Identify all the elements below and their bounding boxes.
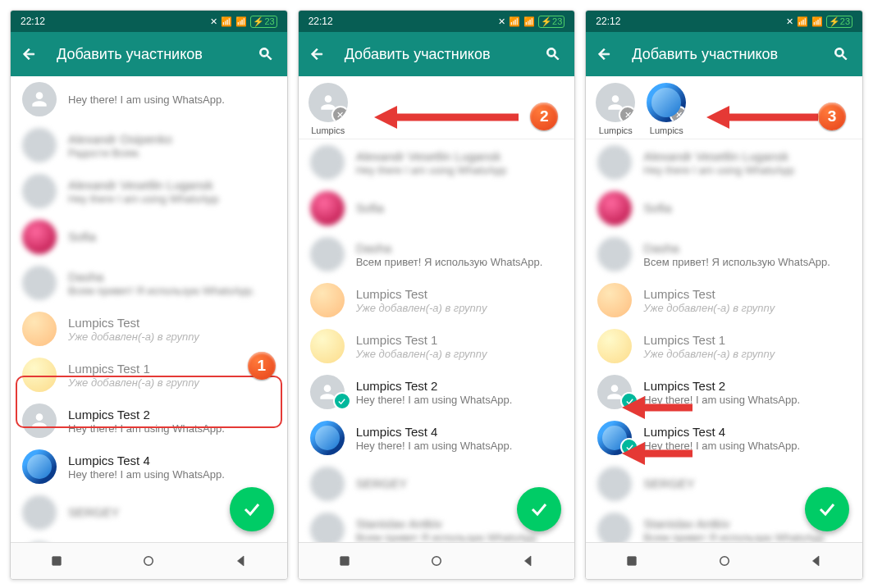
selected-check-icon	[620, 392, 638, 410]
contact-row[interactable]: Lumpics Test 4 Hey there! I am using Wha…	[11, 444, 287, 490]
screen-title: Добавить участников	[632, 46, 813, 63]
contact-row[interactable]: Dasha Всем привет! Я использую WhatsApp.	[11, 260, 287, 306]
contact-name: Alexandr Vesetlin Lugansk	[68, 178, 276, 192]
contact-status: Hey there! I am using WhatsApp.	[68, 468, 276, 481]
back-button[interactable]	[16, 41, 42, 67]
contact-row[interactable]: Lumpics Test 1 Уже добавлен(-а) в группу	[11, 352, 287, 398]
contact-avatar	[310, 237, 345, 271]
contact-name: Lumpics Test	[356, 287, 564, 301]
contact-row[interactable]: Sofia	[299, 185, 575, 231]
nav-home[interactable]	[428, 553, 445, 569]
contact-row[interactable]: Sofia	[11, 214, 287, 260]
contact-status: Уже добавлен(-а) в группу	[68, 330, 276, 343]
contact-row[interactable]: Lumpics Test 4 Hey there! I am using Wha…	[586, 415, 862, 461]
chip-label: Lumpics	[309, 125, 348, 135]
contact-name: Sofia	[643, 201, 851, 215]
contact-row[interactable]: Lumpics Test 1 Уже добавлен(-а) в группу	[299, 323, 575, 369]
contact-avatar	[310, 513, 345, 542]
contact-row[interactable]: Stanislav Antkiv Всем привет Я использую…	[11, 536, 287, 542]
chip-label: Lumpics	[647, 125, 686, 135]
contact-name: Sofia	[356, 201, 564, 215]
nav-home[interactable]	[716, 553, 733, 569]
contact-list: Alexandr Vesetlin Lugansk Hey there I am…	[586, 139, 862, 542]
contact-list: Hey there! I am using WhatsApp. Alexandr…	[11, 76, 287, 542]
svg-point-3	[432, 557, 441, 566]
contact-name: Lumpics Test 4	[356, 425, 564, 439]
contact-name: Alexandr Vesetlin Lugansk	[356, 149, 564, 163]
contact-row[interactable]: Lumpics Test 1 Уже добавлен(-а) в группу	[586, 323, 862, 369]
contact-row[interactable]: Lumpics Test 2 Hey there! I am using Wha…	[11, 398, 287, 444]
contact-status: Радости Всем.	[68, 147, 276, 159]
clock: 22:12	[596, 16, 620, 27]
contact-status: Hey there I am using WhatsApp	[68, 193, 276, 205]
chip-avatar: ✕	[596, 83, 635, 122]
contact-avatar	[22, 128, 57, 162]
chip-label: Lumpics	[596, 125, 635, 135]
contact-row[interactable]: Lumpics Test Уже добавлен(-а) в группу	[11, 306, 287, 352]
contact-avatar	[22, 82, 57, 116]
contact-status: Всем привет! Я использую WhatsApp.	[643, 256, 851, 268]
status-icons: ✕📶📶 ⚡23	[786, 16, 852, 28]
contact-status: Hey there I am using WhatsApp	[356, 164, 564, 176]
confirm-fab[interactable]	[230, 487, 274, 531]
contact-status: Уже добавлен(-а) в группу	[643, 348, 851, 360]
contact-avatar	[310, 329, 345, 363]
confirm-fab[interactable]	[805, 487, 849, 531]
nav-recent[interactable]	[48, 553, 65, 569]
chip-remove-icon[interactable]: ✕	[619, 106, 635, 122]
contact-row[interactable]: Alexandr Vesetlin Lugansk Hey there I am…	[11, 168, 287, 214]
contact-name: Lumpics Test 2	[356, 379, 564, 393]
search-button[interactable]	[828, 41, 854, 67]
nav-back[interactable]	[808, 553, 825, 569]
nav-recent[interactable]	[624, 553, 640, 569]
contact-status: Всем привет Я использую WhatsApp	[356, 531, 564, 543]
confirm-fab[interactable]	[517, 487, 561, 531]
search-button[interactable]	[540, 41, 566, 67]
chip-lumpics2[interactable]: ✕ Lumpics	[647, 83, 686, 135]
contact-name: Dasha	[643, 241, 851, 255]
contact-row[interactable]: Lumpics Test 4 Hey there! I am using Wha…	[299, 415, 575, 461]
contact-row[interactable]: Hey there! I am using WhatsApp.	[11, 76, 287, 122]
contact-name: Lumpics Test 4	[643, 425, 851, 439]
contact-status: Уже добавлен(-а) в группу	[356, 302, 564, 314]
chip-lumpics[interactable]: ✕ Lumpics	[309, 83, 348, 135]
contact-status: Всем привет! Я использую WhatsApp.	[356, 256, 564, 268]
nav-recent[interactable]	[336, 553, 353, 569]
nav-back[interactable]	[520, 553, 537, 569]
screen-title: Добавить участников	[57, 46, 238, 63]
contact-row[interactable]: Alexandr Vesetlin Lugansk Hey there I am…	[299, 139, 575, 185]
chip-avatar: ✕	[309, 83, 348, 122]
contact-name: Sofia	[68, 230, 276, 244]
contact-avatar	[22, 403, 57, 438]
chip-remove-icon[interactable]: ✕	[331, 106, 348, 122]
contact-row[interactable]: Lumpics Test Уже добавлен(-а) в группу	[299, 277, 575, 323]
contact-row[interactable]: Lumpics Test Уже добавлен(-а) в группу	[586, 277, 862, 323]
contact-status: Hey there! I am using WhatsApp.	[68, 422, 276, 435]
contact-row[interactable]: Lumpics Test 2 Hey there! I am using Wha…	[299, 369, 575, 415]
phone-screen-3: 22:12 ✕📶📶 ⚡23 Добавить участников ✕ Lump…	[585, 10, 863, 580]
status-bar: 22:12 ✕📶📶 ⚡23	[299, 11, 575, 32]
contact-name: Alexandr Osipenko	[68, 132, 276, 146]
app-bar: Добавить участников	[11, 32, 287, 76]
selected-check-icon	[620, 438, 638, 456]
contact-avatar	[597, 145, 632, 180]
contact-row[interactable]: Sofia	[586, 185, 862, 231]
back-button[interactable]	[304, 41, 330, 67]
contact-status: Уже добавлен(-а) в группу	[356, 348, 564, 360]
contact-row[interactable]: Dasha Всем привет! Я использую WhatsApp.	[299, 231, 575, 277]
contact-row[interactable]: Alexandr Osipenko Радости Всем.	[11, 122, 287, 168]
svg-rect-0	[53, 557, 62, 566]
contact-avatar	[22, 495, 57, 530]
chip-avatar: ✕	[647, 83, 686, 122]
chip-remove-icon[interactable]: ✕	[670, 106, 686, 122]
contact-row[interactable]: Alexandr Vesetlin Lugansk Hey there I am…	[586, 139, 862, 185]
chip-lumpics[interactable]: ✕ Lumpics	[596, 83, 635, 135]
screen-title: Добавить участников	[345, 46, 526, 63]
back-button[interactable]	[591, 41, 617, 67]
contact-row[interactable]: Lumpics Test 2 Hey there! I am using Wha…	[586, 369, 862, 415]
contact-row[interactable]: Dasha Всем привет! Я использую WhatsApp.	[586, 231, 862, 277]
contact-status: Hey there! I am using WhatsApp.	[643, 394, 851, 406]
nav-back[interactable]	[233, 553, 249, 569]
nav-home[interactable]	[140, 553, 157, 569]
search-button[interactable]	[253, 41, 279, 67]
